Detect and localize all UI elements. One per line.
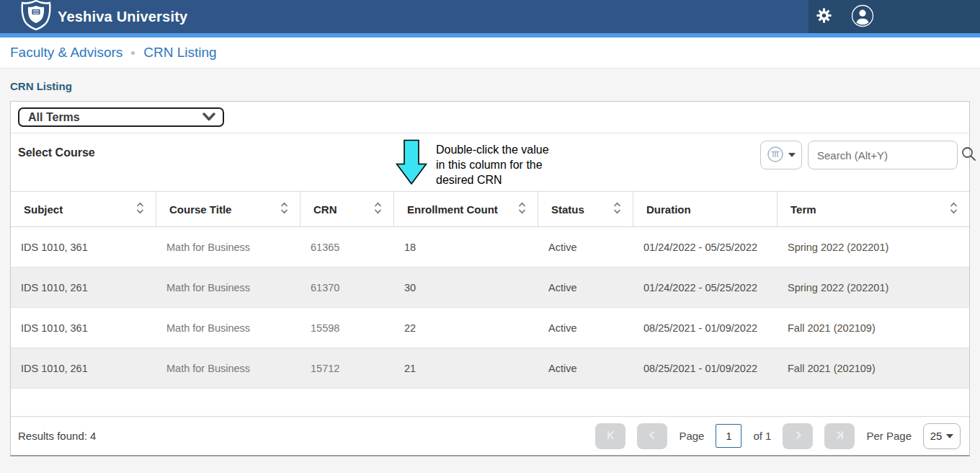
prev-page-button[interactable]	[637, 423, 667, 449]
cell-crn: 15712	[300, 348, 394, 388]
brand: Yeshiva University	[0, 0, 187, 33]
table-footer: Results found: 4 Page of 1 Per Page	[11, 416, 969, 455]
column-header-crn[interactable]: CRN	[300, 192, 394, 226]
per-page-label: Per Page	[866, 430, 912, 442]
column-header-enrollment-count[interactable]: Enrollment Count	[394, 192, 538, 226]
cell-duration: 01/24/2022 - 05/25/2022	[633, 268, 778, 307]
cell-subject: IDS 1010, 261	[11, 348, 156, 388]
column-header-course-title[interactable]: Course Title	[156, 192, 300, 226]
term-select-value: All Terms	[28, 111, 80, 124]
per-page-select[interactable]: 25	[923, 423, 961, 449]
last-page-button[interactable]	[824, 423, 855, 449]
sort-icon	[136, 202, 144, 216]
table-row[interactable]: IDS 1010, 361 Math for Business 15598 22…	[11, 308, 969, 348]
table-toolbar: Select Course Double-click the value in …	[11, 133, 969, 192]
breadcrumb-separator-dot	[131, 51, 135, 55]
cell-subject: IDS 1010, 361	[11, 227, 156, 267]
cell-duration: 08/25/2021 - 01/09/2022	[633, 348, 778, 388]
cell-crn: 61370	[300, 268, 394, 307]
chevron-right-icon	[793, 430, 803, 443]
crn-listing-panel: All Terms Select Course Double-click the…	[10, 101, 970, 456]
column-header-status[interactable]: Status	[538, 192, 633, 226]
search-input[interactable]	[817, 149, 961, 162]
page-of-label: of 1	[753, 430, 771, 442]
search-icon[interactable]	[961, 146, 976, 164]
sort-icon	[374, 202, 382, 216]
cell-course-title: Math for Business	[156, 227, 300, 267]
cell-course-title: Math for Business	[156, 348, 300, 388]
cell-enrollment-count[interactable]: 18	[394, 227, 538, 267]
per-page-value: 25	[930, 430, 943, 442]
filter-columns-icon	[767, 146, 784, 165]
breadcrumb-faculty-advisors[interactable]: Faculty & Advisors	[10, 45, 122, 61]
table-header-row: Subject Course Title CRN Enrollment Coun…	[11, 192, 969, 227]
brand-name: Yeshiva University	[58, 9, 187, 25]
settings-button[interactable]	[816, 7, 832, 26]
chevron-left-icon	[647, 430, 658, 443]
page-number-input[interactable]	[716, 424, 741, 448]
table-row[interactable]: IDS 1010, 261 Math for Business 61370 30…	[11, 268, 969, 308]
term-select[interactable]: All Terms	[18, 107, 224, 127]
caret-down-icon	[946, 434, 953, 438]
cell-status: Active	[538, 268, 633, 307]
caret-down-icon	[788, 153, 796, 157]
crn-listing-screen: Yeshiva University	[0, 0, 980, 473]
cell-enrollment-count[interactable]: 22	[394, 308, 538, 348]
cell-subject: IDS 1010, 361	[11, 308, 156, 348]
toolbar-controls	[760, 141, 958, 169]
profile-button[interactable]	[851, 4, 874, 30]
cell-subject: IDS 1010, 261	[11, 268, 156, 307]
cell-course-title: Math for Business	[156, 268, 300, 307]
sort-icon	[950, 202, 958, 216]
page-title: CRN Listing	[10, 80, 980, 92]
cell-duration: 01/24/2022 - 05/25/2022	[633, 227, 778, 267]
instruction-annotation: Double-click the value in this column fo…	[396, 139, 549, 188]
table-row[interactable]: IDS 1010, 261 Math for Business 15712 21…	[11, 348, 969, 389]
cell-term: Fall 2021 (202109)	[778, 348, 969, 388]
cell-enrollment-count[interactable]: 30	[394, 268, 538, 307]
instruction-text: Double-click the value in this column fo…	[436, 142, 549, 188]
next-page-button[interactable]	[783, 423, 813, 449]
filter-menu-button[interactable]	[760, 141, 802, 169]
sort-icon	[518, 202, 526, 216]
table-empty-space	[11, 389, 969, 416]
select-course-caption: Select Course	[18, 146, 95, 159]
first-page-button[interactable]	[595, 423, 625, 449]
gear-icon	[816, 7, 832, 26]
sort-icon	[613, 202, 621, 216]
search-box	[808, 141, 958, 169]
page-label: Page	[679, 430, 704, 442]
cell-term: Fall 2021 (202109)	[778, 308, 969, 348]
header-actions	[808, 0, 980, 33]
cell-crn: 61365	[300, 227, 394, 267]
cell-status: Active	[538, 348, 633, 388]
column-header-subject[interactable]: Subject	[11, 192, 156, 226]
cell-status: Active	[538, 308, 633, 348]
cell-duration: 08/25/2021 - 01/09/2022	[633, 308, 778, 348]
column-header-term[interactable]: Term	[778, 192, 969, 226]
university-crest-icon	[20, 0, 52, 33]
breadcrumb: Faculty & Advisors CRN Listing	[0, 37, 980, 68]
last-page-icon	[834, 430, 845, 443]
results-count: Results found: 4	[18, 430, 96, 442]
cell-term: Spring 2022 (202201)	[778, 268, 969, 307]
user-avatar-icon	[851, 4, 874, 30]
first-page-icon	[605, 430, 616, 443]
cell-term: Spring 2022 (202201)	[778, 227, 969, 267]
column-header-duration: Duration	[633, 192, 778, 226]
cyan-down-arrow-icon	[396, 139, 427, 188]
cell-status: Active	[538, 227, 633, 267]
app-header: Yeshiva University	[0, 0, 980, 33]
term-filter-row: All Terms	[11, 102, 969, 133]
table-row[interactable]: IDS 1010, 361 Math for Business 61365 18…	[11, 227, 969, 268]
breadcrumb-crn-listing[interactable]: CRN Listing	[143, 45, 216, 61]
sort-icon	[280, 202, 288, 216]
cell-enrollment-count[interactable]: 21	[394, 348, 538, 388]
pagination: Page of 1 Per Page 25	[595, 423, 961, 449]
cell-crn: 15598	[300, 308, 394, 348]
cell-course-title: Math for Business	[156, 308, 300, 348]
chevron-down-icon	[202, 111, 215, 124]
